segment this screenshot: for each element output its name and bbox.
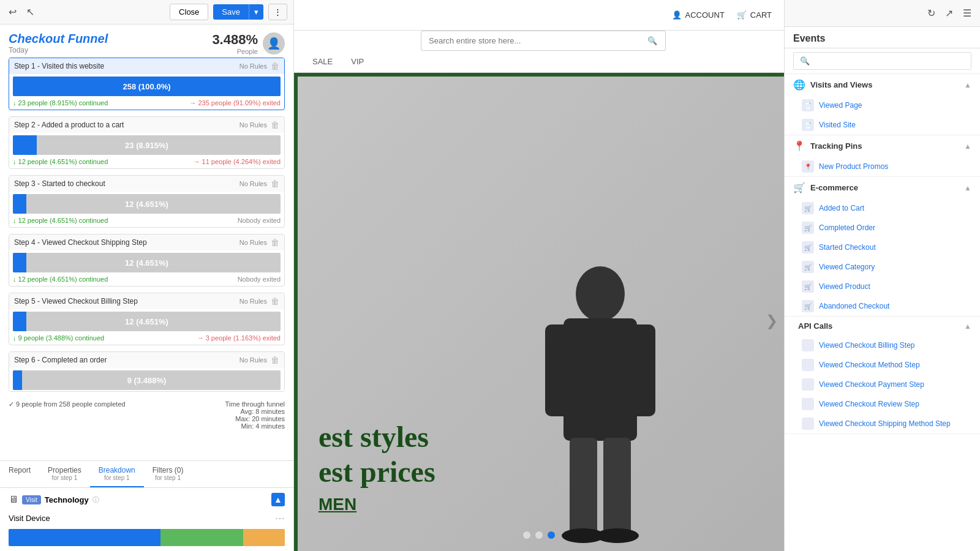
category-chevron-ecommerce: ▲ bbox=[964, 184, 971, 192]
cart-icon: 🛒 bbox=[737, 10, 747, 20]
website-topbar: 👤 ACCOUNT 🛒 CART bbox=[294, 0, 784, 31]
step-name-6: Step 6 - Completed an order bbox=[14, 356, 107, 364]
event-label-api-3: Viewed Checkout Review Step bbox=[819, 400, 919, 408]
event-item-api-3[interactable]: Viewed Checkout Review Step bbox=[785, 394, 980, 414]
step-header-3: Step 3 - Started to checkout No Rules 🗑 bbox=[9, 176, 284, 192]
step-header-6: Step 6 - Completed an order No Rules 🗑 bbox=[9, 352, 284, 368]
tab-breakdown[interactable]: Breakdownfor step 1 bbox=[90, 461, 144, 487]
event-item-api-4[interactable]: Viewed Checkout Shipping Method Step bbox=[785, 414, 980, 433]
event-icon-ecommerce-2: 🛒 bbox=[802, 241, 814, 253]
step-header-2: Step 2 - Added a product to a cart No Ru… bbox=[9, 117, 284, 133]
person-svg bbox=[521, 257, 680, 551]
step-card-3[interactable]: Step 3 - Started to checkout No Rules 🗑 … bbox=[9, 175, 285, 228]
step-stats-5: ↓ 9 people (3.488%) continued→ 3 people … bbox=[9, 332, 284, 345]
dot-3[interactable] bbox=[548, 531, 555, 539]
visit-device-label: Visit Device bbox=[9, 514, 50, 523]
tab-filters-0[interactable]: Filters (0)for step 1 bbox=[144, 461, 192, 487]
event-icon-api-2 bbox=[802, 378, 814, 391]
step-card-4[interactable]: Step 4 - Viewed Checkout Shipping Step N… bbox=[9, 234, 285, 287]
svg-point-0 bbox=[576, 266, 625, 321]
event-icon-api-3 bbox=[802, 398, 814, 410]
event-item-api-0[interactable]: Viewed Checkout Billing Step bbox=[785, 335, 980, 355]
step-exited: → 3 people (1.163%) exited bbox=[197, 334, 281, 342]
step-continued: ↓ 12 people (4.651%) continued bbox=[13, 217, 108, 224]
hero-text-line1: est styles bbox=[318, 419, 435, 455]
event-icon-ecommerce-3: 🛒 bbox=[802, 261, 814, 273]
step-delete-2[interactable]: 🗑 bbox=[271, 120, 279, 130]
events-search-input[interactable] bbox=[793, 52, 971, 70]
event-item-ecommerce-0[interactable]: 🛒 Added to Cart bbox=[785, 198, 980, 218]
search-icon: 🔍 bbox=[647, 36, 657, 45]
step-card-2[interactable]: Step 2 - Added a product to a cart No Ru… bbox=[9, 116, 285, 169]
event-item-tracking-0[interactable]: 📍 New Product Promos bbox=[785, 157, 980, 176]
step-header-5: Step 5 - Viewed Checkout Billing Step No… bbox=[9, 293, 284, 309]
device-bar-tablet bbox=[243, 529, 285, 546]
step-bar-label-6: 9 (3.488%) bbox=[13, 370, 281, 390]
step-card-6[interactable]: Step 6 - Completed an order No Rules 🗑 9… bbox=[9, 351, 285, 392]
event-item-api-2[interactable]: Viewed Checkout Payment Step bbox=[785, 375, 980, 394]
save-button[interactable]: Save bbox=[213, 4, 249, 20]
close-button[interactable]: Close bbox=[170, 4, 208, 20]
step-name-3: Step 3 - Started to checkout bbox=[14, 179, 105, 188]
event-icon-visits-1: 📄 bbox=[802, 119, 814, 131]
events-list: 🌐 Visits and Views ▲ 📄 Viewed Page 📄 Vis… bbox=[785, 74, 980, 551]
events-category-header-visits[interactable]: 🌐 Visits and Views ▲ bbox=[785, 74, 980, 96]
collapse-button[interactable]: ▲ bbox=[271, 493, 285, 506]
options-button[interactable]: ⋯ bbox=[275, 512, 285, 524]
event-label-visits-1: Visited Site bbox=[819, 121, 856, 129]
info-icon[interactable]: ⓘ bbox=[92, 495, 99, 504]
tab-properties[interactable]: Propertiesfor step 1 bbox=[39, 461, 90, 487]
more-button[interactable]: ⋮ bbox=[268, 4, 287, 20]
carousel-dots bbox=[523, 531, 555, 539]
carousel-next-button[interactable]: ❯ bbox=[766, 312, 778, 329]
step-delete-1[interactable]: 🗑 bbox=[271, 61, 279, 71]
category-left-api: API Calls bbox=[793, 321, 832, 331]
event-item-ecommerce-4[interactable]: 🛒 Viewed Product bbox=[785, 277, 980, 296]
account-button[interactable]: 👤 ACCOUNT bbox=[672, 10, 725, 20]
category-left-visits: 🌐 Visits and Views bbox=[793, 79, 872, 91]
event-item-ecommerce-3[interactable]: 🛒 Viewed Category bbox=[785, 257, 980, 277]
event-item-ecommerce-5[interactable]: 🛒 Abandoned Checkout bbox=[785, 296, 980, 316]
undo-button[interactable]: ↩ bbox=[6, 4, 19, 20]
external-link-button[interactable]: ↗ bbox=[943, 5, 956, 21]
event-item-ecommerce-1[interactable]: 🛒 Completed Order bbox=[785, 218, 980, 238]
event-item-api-1[interactable]: Viewed Checkout Method Step bbox=[785, 355, 980, 375]
dot-2[interactable] bbox=[535, 531, 543, 539]
step-delete-3[interactable]: 🗑 bbox=[271, 179, 279, 189]
step-bar-label-4: 12 (4.651%) bbox=[13, 253, 281, 272]
nav-sale[interactable]: SALE bbox=[312, 57, 333, 66]
step-bar-area-1: 258 (100.0%) bbox=[9, 74, 284, 97]
step-continued: ↓ 12 people (4.651%) continued bbox=[13, 276, 108, 283]
events-category-api: API Calls ▲ Viewed Checkout Billing Step… bbox=[785, 317, 980, 434]
step-card-1[interactable]: Step 1 - Visited this website No Rules 🗑… bbox=[9, 58, 285, 110]
event-item-visits-1[interactable]: 📄 Visited Site bbox=[785, 115, 980, 135]
men-link[interactable]: MEN bbox=[318, 495, 356, 514]
refresh-button[interactable]: ↻ bbox=[925, 5, 938, 21]
category-title-tracking: Tracking Pins bbox=[810, 141, 862, 151]
step-bar-area-6: 9 (3.488%) bbox=[9, 368, 284, 391]
step-delete-4[interactable]: 🗑 bbox=[271, 238, 279, 247]
dot-1[interactable] bbox=[523, 531, 530, 539]
cursor-button[interactable]: ↖ bbox=[24, 4, 37, 20]
menu-button[interactable]: ☰ bbox=[960, 5, 974, 21]
step-header-4: Step 4 - Viewed Checkout Shipping Step N… bbox=[9, 234, 284, 250]
step-continued: ↓ 23 people (8.915%) continued bbox=[13, 99, 108, 107]
website-search-input[interactable] bbox=[421, 31, 666, 51]
step-nobody-exited: Nobody exited bbox=[238, 276, 281, 283]
events-category-header-ecommerce[interactable]: 🛒 E-commerce ▲ bbox=[785, 177, 980, 198]
tab-report[interactable]: Report bbox=[0, 461, 39, 487]
step-card-5[interactable]: Step 5 - Viewed Checkout Billing Step No… bbox=[9, 293, 285, 345]
event-icon-ecommerce-5: 🛒 bbox=[802, 300, 814, 312]
save-dropdown-button[interactable]: ▾ bbox=[249, 4, 263, 20]
cart-button[interactable]: 🛒 CART bbox=[737, 10, 772, 20]
right-panel: ↻ ↗ ☰ Events 🌐 Visits and Views ▲ 📄 View… bbox=[784, 0, 980, 551]
svg-rect-3 bbox=[628, 324, 655, 416]
nav-vip[interactable]: VIP bbox=[351, 57, 364, 66]
events-category-header-tracking[interactable]: 📍 Tracking Pins ▲ bbox=[785, 135, 980, 157]
event-item-ecommerce-2[interactable]: 🛒 Started Checkout bbox=[785, 238, 980, 257]
events-category-header-api[interactable]: API Calls ▲ bbox=[785, 317, 980, 335]
step-delete-5[interactable]: 🗑 bbox=[271, 296, 279, 306]
step-name-1: Step 1 - Visited this website bbox=[14, 62, 104, 70]
event-item-visits-0[interactable]: 📄 Viewed Page bbox=[785, 96, 980, 115]
step-delete-6[interactable]: 🗑 bbox=[271, 355, 279, 365]
